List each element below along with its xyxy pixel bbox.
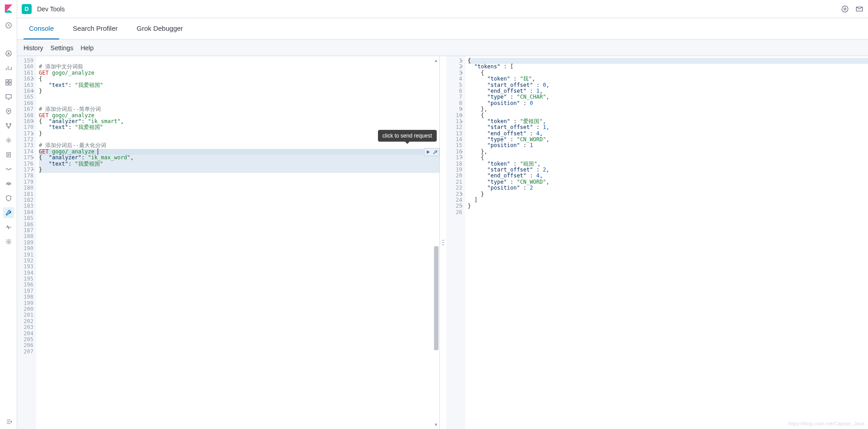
svg-rect-4 — [6, 83, 8, 85]
apm-icon[interactable] — [3, 164, 14, 175]
send-request-tooltip: click to send request — [378, 130, 436, 142]
left-nav-rail — [0, 0, 17, 429]
console-toolbar: History Settings Help — [17, 40, 868, 56]
svg-rect-5 — [9, 83, 11, 85]
tab-grok-debugger[interactable]: Grok Debugger — [131, 18, 189, 39]
newsfeed-icon[interactable] — [841, 5, 849, 13]
request-options-button[interactable] — [432, 148, 439, 156]
mail-icon[interactable] — [855, 5, 863, 13]
recently-viewed-icon[interactable] — [3, 20, 14, 31]
svg-point-1 — [6, 51, 11, 56]
response-output-pane: 1▾2▾3▾456789▾10▾11▾1213141516▾17▾1819202… — [446, 56, 868, 429]
management-icon[interactable] — [3, 236, 14, 247]
svg-point-7 — [8, 110, 9, 112]
dashboard-icon[interactable] — [3, 77, 14, 88]
svg-rect-3 — [9, 80, 11, 82]
dev-tools-icon[interactable] — [3, 207, 14, 218]
metrics-icon[interactable] — [3, 135, 14, 146]
collapse-icon[interactable] — [3, 416, 14, 427]
help-link[interactable]: Help — [80, 44, 94, 52]
visualize-icon[interactable] — [3, 62, 14, 73]
svg-rect-2 — [6, 80, 8, 82]
settings-link[interactable]: Settings — [51, 44, 74, 52]
request-editor[interactable]: # 添加中文分词前GET gogo/_analyze{ "text": "我爱祖… — [36, 56, 439, 429]
response-output[interactable]: { "tokens" : [ { "token" : "我", "start_o… — [465, 56, 868, 429]
breadcrumb: Dev Tools — [37, 5, 65, 13]
editor-line-gutter: 159160161162▾163164▾165166167168169▾1701… — [17, 56, 36, 429]
svg-point-17 — [442, 240, 443, 241]
tab-search-profiler[interactable]: Search Profiler — [67, 18, 123, 39]
discover-icon[interactable] — [3, 48, 14, 59]
canvas-icon[interactable] — [3, 91, 14, 102]
svg-point-13 — [8, 241, 9, 243]
request-editor-pane: 159160161162▾163164▾165166167168169▾1701… — [17, 56, 440, 429]
scroll-down-arrow-icon[interactable]: ▼ — [434, 422, 439, 427]
logs-icon[interactable] — [3, 149, 14, 160]
monitoring-icon[interactable] — [3, 222, 14, 233]
output-line-gutter: 1▾2▾3▾456789▾10▾11▾1213141516▾17▾1819202… — [446, 56, 465, 429]
svg-rect-6 — [6, 95, 11, 98]
svg-point-21 — [442, 244, 443, 245]
request-action-buttons — [424, 148, 439, 156]
svg-point-22 — [443, 244, 444, 245]
send-request-button[interactable] — [425, 148, 432, 156]
tab-console[interactable]: Console — [24, 18, 59, 39]
svg-point-12 — [8, 184, 9, 185]
siem-icon[interactable] — [3, 193, 14, 204]
svg-point-19 — [442, 242, 443, 243]
uptime-icon[interactable] — [3, 178, 14, 189]
svg-point-14 — [842, 6, 848, 12]
svg-point-15 — [844, 8, 846, 10]
maps-icon[interactable] — [3, 106, 14, 117]
kibana-logo-icon[interactable] — [4, 4, 14, 14]
ml-icon[interactable] — [3, 120, 14, 131]
history-link[interactable]: History — [24, 44, 43, 52]
svg-point-11 — [8, 139, 9, 141]
watermark-text: https://blog.csdn.net/Captain_Java — [788, 421, 864, 426]
top-bar: D Dev Tools — [17, 0, 868, 18]
dev-tools-tabs: Console Search Profiler Grok Debugger — [17, 18, 868, 40]
svg-point-18 — [443, 240, 444, 241]
editor-scrollbar-thumb[interactable] — [434, 246, 439, 350]
space-selector-badge[interactable]: D — [22, 4, 32, 14]
svg-point-20 — [443, 242, 444, 243]
scroll-up-arrow-icon[interactable]: ▲ — [434, 58, 439, 63]
pane-resize-handle[interactable] — [440, 56, 446, 429]
